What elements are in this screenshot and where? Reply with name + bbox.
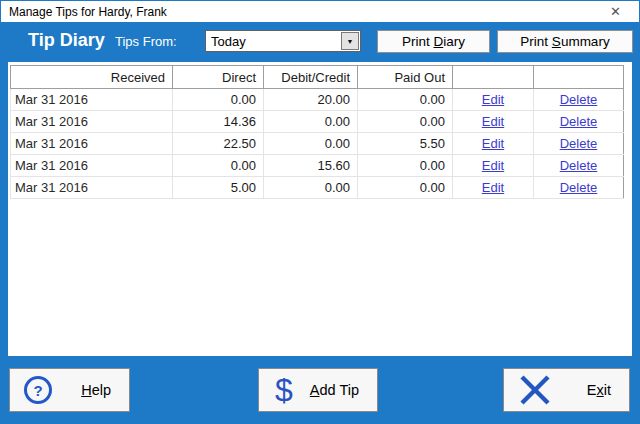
col-header-debit-credit: Debit/Credit <box>264 66 358 89</box>
help-mnemonic: H <box>81 382 91 398</box>
delete-link[interactable]: Delete <box>560 180 598 195</box>
cell-direct: 0.00 <box>173 155 264 177</box>
tips-from-selected-value: Today <box>206 34 340 49</box>
print-diary-button[interactable]: Print Diary <box>377 30 490 53</box>
cell-direct: 0.00 <box>173 89 264 111</box>
table-header-row: Received Direct Debit/Credit Paid Out <box>11 66 624 89</box>
dollar-icon: $ <box>275 374 293 406</box>
help-icon: ? <box>24 376 52 404</box>
edit-link[interactable]: Edit <box>482 114 504 129</box>
help-button[interactable]: ? Help <box>9 368 130 412</box>
exit-mnemonic: x <box>597 382 604 398</box>
window-title: Manage Tips for Hardy, Frank <box>9 5 167 19</box>
tips-from-select[interactable]: Today ▼ <box>205 30 361 52</box>
cell-paid-out: 0.00 <box>358 111 453 133</box>
table-row: Mar 31 2016 5.00 0.00 0.00 Edit Delete <box>11 177 624 199</box>
edit-link[interactable]: Edit <box>482 136 504 151</box>
add-tip-mnemonic: A <box>310 382 320 398</box>
exit-button[interactable]: Exit <box>503 368 630 412</box>
window-close-icon[interactable]: ✕ <box>604 3 627 20</box>
print-summary-label: Print <box>520 34 552 49</box>
print-diary-label: Print <box>402 34 434 49</box>
print-diary-label-rest: iary <box>443 34 465 49</box>
cell-paid-out: 0.00 <box>358 177 453 199</box>
help-label: elp <box>92 382 111 398</box>
col-header-direct: Direct <box>173 66 264 89</box>
cell-direct: 22.50 <box>173 133 264 155</box>
page-title: Tip Diary <box>28 30 105 51</box>
chevron-down-icon[interactable]: ▼ <box>341 32 359 50</box>
col-header-paid-out: Paid Out <box>358 66 453 89</box>
cell-received: Mar 31 2016 <box>11 133 173 155</box>
cell-direct: 14.36 <box>173 111 264 133</box>
cell-direct: 5.00 <box>173 177 264 199</box>
cell-received: Mar 31 2016 <box>11 155 173 177</box>
edit-link[interactable]: Edit <box>482 158 504 173</box>
delete-link[interactable]: Delete <box>560 92 598 107</box>
cell-debit-credit: 0.00 <box>264 111 358 133</box>
cell-paid-out: 0.00 <box>358 89 453 111</box>
table-row: Mar 31 2016 14.36 0.00 0.00 Edit Delete <box>11 111 624 133</box>
cell-debit-credit: 0.00 <box>264 133 358 155</box>
table-row: Mar 31 2016 22.50 0.00 5.50 Edit Delete <box>11 133 624 155</box>
tips-table: Received Direct Debit/Credit Paid Out Ma… <box>10 65 624 199</box>
cell-received: Mar 31 2016 <box>11 177 173 199</box>
exit-label: E <box>587 382 597 398</box>
exit-label-rest: it <box>604 382 611 398</box>
table-row: Mar 31 2016 0.00 15.60 0.00 Edit Delete <box>11 155 624 177</box>
table-row: Mar 31 2016 0.00 20.00 0.00 Edit Delete <box>11 89 624 111</box>
col-header-edit-actions <box>453 66 534 89</box>
print-summary-button[interactable]: Print Summary <box>497 30 633 53</box>
col-header-delete-actions <box>534 66 624 89</box>
add-tip-button[interactable]: $ Add Tip <box>258 368 378 412</box>
delete-link[interactable]: Delete <box>560 158 598 173</box>
cell-paid-out: 0.00 <box>358 155 453 177</box>
add-tip-label: dd Tip <box>320 382 360 398</box>
cell-debit-credit: 15.60 <box>264 155 358 177</box>
cell-received: Mar 31 2016 <box>11 89 173 111</box>
header-bar: Tip Diary Tips From: Today ▼ Print Diary… <box>0 22 640 62</box>
col-header-received: Received <box>11 66 173 89</box>
edit-link[interactable]: Edit <box>482 92 504 107</box>
cell-received: Mar 31 2016 <box>11 111 173 133</box>
cell-paid-out: 5.50 <box>358 133 453 155</box>
tips-from-label: Tips From: <box>115 34 177 49</box>
delete-link[interactable]: Delete <box>560 114 598 129</box>
manage-tips-window: Manage Tips for Hardy, Frank ✕ Tip Diary… <box>0 0 640 424</box>
delete-link[interactable]: Delete <box>560 136 598 151</box>
print-summary-label-rest: ummary <box>561 34 610 49</box>
exit-x-icon <box>518 374 552 406</box>
print-summary-mnemonic: S <box>552 34 561 49</box>
cell-debit-credit: 0.00 <box>264 177 358 199</box>
print-diary-mnemonic: D <box>434 34 444 49</box>
cell-debit-credit: 20.00 <box>264 89 358 111</box>
edit-link[interactable]: Edit <box>482 180 504 195</box>
title-bar: Manage Tips for Hardy, Frank ✕ <box>1 1 639 22</box>
tips-panel: Received Direct Debit/Credit Paid Out Ma… <box>8 62 632 356</box>
